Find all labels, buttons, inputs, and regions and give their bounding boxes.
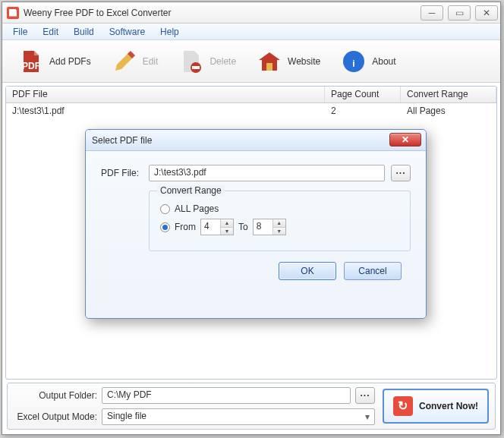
dialog-title: Select PDF file <box>86 130 426 151</box>
from-label: From <box>175 222 196 232</box>
toolbar: PDF Add PDFs Edit Delete Website i <box>2 40 500 83</box>
website-label: Website <box>288 56 320 67</box>
to-spinner[interactable]: 8 ▲▼ <box>253 219 286 235</box>
app-title: Weeny Free PDF to Excel Converter <box>24 8 418 18</box>
titlebar: Weeny Free PDF to Excel Converter ─ ▭ ✕ <box>2 2 500 24</box>
about-button[interactable]: i About <box>331 45 406 78</box>
output-folder-input[interactable]: C:\My PDF <box>102 387 351 404</box>
convert-button[interactable]: Convert Now! <box>383 389 489 424</box>
cell-range: All Pages <box>401 104 496 118</box>
browse-output-button[interactable]: ··· <box>355 387 375 404</box>
col-pages[interactable]: Page Count <box>325 87 401 102</box>
select-pdf-dialog: Select PDF file ✕ PDF File: J:\test3\3.p… <box>85 129 427 319</box>
to-label: To <box>238 222 248 232</box>
app-icon <box>7 7 19 19</box>
convert-range-fieldset: Convert Range ALL Pages From 4 ▲▼ To 8 ▲… <box>149 191 411 251</box>
browse-pdf-button[interactable]: ··· <box>391 165 411 181</box>
menu-build[interactable]: Build <box>66 25 102 39</box>
dialog-close-button[interactable]: ✕ <box>389 133 421 147</box>
delete-button[interactable]: Delete <box>169 45 247 78</box>
pencil-icon <box>112 49 137 74</box>
website-button[interactable]: Website <box>247 45 331 78</box>
edit-button[interactable]: Edit <box>102 45 169 78</box>
info-icon: i <box>342 49 366 74</box>
cell-pages: 2 <box>325 104 401 118</box>
menu-file[interactable]: File <box>5 25 35 39</box>
ok-button[interactable]: OK <box>279 262 336 280</box>
output-mode-label: Excel Output Mode: <box>14 411 97 422</box>
dialog-body: PDF File: J:\test3\3.pdf ··· Convert Ran… <box>86 151 426 288</box>
pdf-file-label: PDF File: <box>101 168 143 178</box>
bottom-panel: Output Folder: C:\My PDF ··· Excel Outpu… <box>7 383 496 430</box>
svg-rect-3 <box>266 63 272 71</box>
spin-up-icon[interactable]: ▲ <box>221 219 233 228</box>
menu-help[interactable]: Help <box>153 25 187 39</box>
menu-edit[interactable]: Edit <box>35 25 66 39</box>
radio-icon <box>160 204 170 214</box>
from-spinner[interactable]: 4 ▲▼ <box>200 219 234 235</box>
convert-range-legend: Convert Range <box>157 185 225 196</box>
menubar: File Edit Build Software Help <box>2 24 500 40</box>
convert-label: Convert Now! <box>419 401 478 411</box>
pdf-file-input[interactable]: J:\test3\3.pdf <box>149 165 385 181</box>
maximize-button[interactable]: ▭ <box>448 5 471 20</box>
cell-file: J:\test3\1.pdf <box>6 104 325 118</box>
pdf-icon: PDF <box>19 49 43 74</box>
house-icon <box>257 49 282 74</box>
edit-label: Edit <box>143 56 159 67</box>
col-range[interactable]: Convert Range <box>401 87 496 102</box>
spin-down-icon[interactable]: ▼ <box>221 228 233 235</box>
cancel-button[interactable]: Cancel <box>344 262 402 280</box>
to-value: 8 <box>254 219 273 235</box>
table-row[interactable]: J:\test3\1.pdf 2 All Pages <box>6 103 496 118</box>
table-header: PDF File Page Count Convert Range <box>6 87 496 103</box>
minimize-button[interactable]: ─ <box>421 5 443 20</box>
output-mode-select[interactable]: Single file <box>102 408 375 425</box>
about-label: About <box>372 56 395 67</box>
svg-text:PDF: PDF <box>22 61 40 71</box>
spin-down-icon[interactable]: ▼ <box>273 228 285 235</box>
spin-up-icon[interactable]: ▲ <box>273 219 285 228</box>
radio-icon <box>160 222 170 232</box>
window-controls: ─ ▭ ✕ <box>418 4 500 22</box>
radio-all-pages[interactable]: ALL Pages <box>160 203 399 214</box>
all-pages-label: ALL Pages <box>175 203 219 214</box>
convert-icon <box>393 396 413 416</box>
radio-from-to[interactable]: From 4 ▲▼ To 8 ▲▼ <box>160 219 399 235</box>
svg-rect-2 <box>192 66 200 69</box>
bottom-form: Output Folder: C:\My PDF ··· Excel Outpu… <box>14 387 375 425</box>
from-value: 4 <box>201 219 221 235</box>
add-pdfs-button[interactable]: PDF Add PDFs <box>8 45 102 78</box>
delete-icon <box>179 49 203 74</box>
dialog-buttons: OK Cancel <box>101 262 411 280</box>
close-icon: ✕ <box>402 134 409 145</box>
output-folder-label: Output Folder: <box>14 390 97 401</box>
add-pdfs-label: Add PDFs <box>49 56 91 67</box>
svg-text:i: i <box>353 58 355 69</box>
close-button[interactable]: ✕ <box>475 5 498 20</box>
menu-software[interactable]: Software <box>102 25 153 39</box>
col-file[interactable]: PDF File <box>6 87 325 102</box>
delete-label: Delete <box>209 56 236 67</box>
